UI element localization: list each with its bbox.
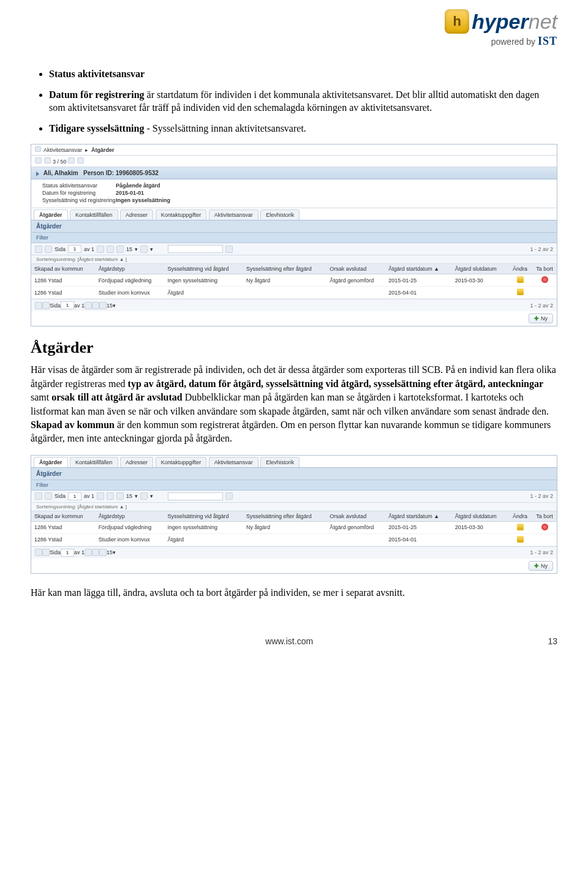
search-icon[interactable] [225,492,233,500]
paragraph-manage-note: Här kan man lägga till, ändra, avsluta o… [31,586,557,600]
grid-search-input[interactable] [168,492,223,500]
grid-refresh-icon[interactable] [116,492,124,500]
table-row[interactable]: 1286 YstadStudier inom komvuxÅtgärd2015-… [31,287,557,299]
grid-prev-icon[interactable] [42,549,50,556]
grid-section-header: Åtgärder [31,468,557,480]
col-syss-vid[interactable]: Sysselsättning vid åtgärd [164,511,243,522]
grid-last-icon[interactable] [107,246,114,253]
page-input[interactable] [68,492,81,500]
grid-first-icon[interactable] [35,492,42,500]
person-id-value: 19960805-9532 [116,170,159,176]
col-start[interactable]: Åtgärd startdatum ▲ [385,264,452,274]
grid-refresh-icon[interactable] [99,302,107,309]
grid-next-icon[interactable] [97,246,104,253]
powered-by-line: powered by IST [445,35,557,48]
per-page-value[interactable]: 15 [126,246,132,252]
col-slut[interactable]: Åtgärd slutdatum [452,264,508,274]
tab-elevhistorik[interactable]: Elevhistorik [260,457,300,467]
col-typ[interactable]: Åtgärdstyp [96,511,165,522]
edit-icon[interactable] [517,276,524,283]
filter-bar[interactable]: Filter [31,233,557,243]
tab-kontaktuppgifter[interactable]: Kontaktuppgifter [156,457,207,467]
page-of-label: av 1 [74,549,85,555]
info-reg-value: 2015-01-01 [116,190,144,196]
breadcrumb-back-icon[interactable] [35,146,41,152]
pager-next-icon[interactable] [68,157,75,164]
col-orsak[interactable]: Orsak avslutad [326,264,385,274]
grid-first-icon[interactable] [35,549,42,556]
grid-next-icon[interactable] [97,492,104,500]
grid-last-icon[interactable] [92,302,99,309]
new-button[interactable]: ✚Ny [529,561,553,571]
page-input[interactable] [68,245,81,253]
grid-next-icon[interactable] [85,549,92,556]
edit-icon[interactable] [517,524,524,530]
tab-aktivitetsansvar[interactable]: Aktivitetsansvar [209,457,258,467]
grid-refresh-icon[interactable] [116,246,124,253]
grid-toolbar-top: Sida av 1 15▾ ▾ 1 - 2 av 2 [31,491,557,503]
per-page-value[interactable]: 15 [107,549,113,555]
cell-start: 2015-01-25 [385,521,452,533]
tabs-row: Åtgärder Kontakttillfällen Adresser Kont… [31,456,557,468]
tab-adresser[interactable]: Adresser [120,457,153,467]
grid-last-icon[interactable] [107,492,114,500]
col-skapad[interactable]: Skapad av kommun [31,511,96,522]
breadcrumb-root[interactable]: Aktivitetsansvar [43,147,82,153]
edit-icon[interactable] [517,536,524,543]
page-input[interactable] [61,549,74,557]
grid-prev-icon[interactable] [45,246,52,253]
grid-prev-icon[interactable] [45,492,52,500]
logo-badge-icon: h [445,9,469,34]
grid-first-icon[interactable] [35,246,42,253]
delete-icon[interactable] [541,524,548,530]
grid-first-icon[interactable] [35,302,42,309]
cell-slut: 2015-03-30 [452,521,508,533]
pager-first-icon[interactable] [35,157,42,164]
grid-last-icon[interactable] [92,549,99,556]
tab-atgarder[interactable]: Åtgärder [34,457,68,467]
col-syss-efter[interactable]: Sysselsättning efter åtgärd [243,511,326,522]
delete-icon[interactable] [541,276,548,283]
tab-atgarder[interactable]: Åtgärder [34,209,68,220]
grid-print-icon[interactable] [140,246,148,253]
pager-prev-icon[interactable] [44,157,51,164]
tab-kontaktuppgifter[interactable]: Kontaktuppgifter [156,209,207,220]
cell-kommun: 1286 Ystad [31,274,96,287]
per-page-value[interactable]: 15 [107,303,113,309]
grid-print-icon[interactable] [140,492,148,500]
grid-search-input[interactable] [168,245,223,253]
table-row[interactable]: 1286 YstadStudier inom komvuxÅtgärd2015-… [31,533,557,546]
col-skapad[interactable]: Skapad av kommun [31,264,96,274]
logo-word-hyper: hyper [472,10,529,33]
intro-bullet-list: Status aktivitetsansvar Datum för regist… [31,67,557,135]
tab-elevhistorik[interactable]: Elevhistorik [260,209,300,220]
grid-refresh-icon[interactable] [99,549,107,556]
expand-triangle-icon[interactable] [36,171,39,176]
tab-aktivitetsansvar[interactable]: Aktivitetsansvar [209,209,258,220]
col-slut[interactable]: Åtgärd slutdatum [452,511,508,522]
tab-kontakttillfallen[interactable]: Kontakttillfällen [70,457,118,467]
search-icon[interactable] [225,246,233,253]
table-row[interactable]: 1286 YstadFördjupad vägledningIngen syss… [31,521,557,533]
cell-efter: Ny åtgärd [243,521,326,533]
table-row[interactable]: 1286 YstadFördjupad vägledningIngen syss… [31,274,557,287]
heading-atgarder: Åtgärder [31,339,557,357]
edit-icon[interactable] [517,288,524,295]
col-syss-vid[interactable]: Sysselsättning vid åtgärd [164,264,243,274]
new-button[interactable]: ✚Ny [529,314,553,323]
per-page-value[interactable]: 15 [126,493,132,499]
person-header[interactable]: Ali, Alhakim Person ID: 19960805-9532 [31,167,557,179]
grid-count-bottom: 1 - 2 av 2 [530,303,553,309]
col-start[interactable]: Åtgärd startdatum ▲ [385,511,452,522]
bullet-tid-lead: Tidigare sysselsättning [49,123,146,134]
col-syss-efter[interactable]: Sysselsättning efter åtgärd [243,264,326,274]
page-input[interactable] [61,301,74,309]
col-typ[interactable]: Åtgärdstyp [96,264,165,274]
grid-next-icon[interactable] [85,302,92,309]
col-orsak[interactable]: Orsak avslutad [326,511,385,522]
tab-kontakttillfallen[interactable]: Kontakttillfällen [70,209,118,220]
tab-adresser[interactable]: Adresser [120,209,153,220]
pager-last-icon[interactable] [77,157,84,164]
filter-bar[interactable]: Filter [31,480,557,491]
grid-prev-icon[interactable] [42,302,50,309]
